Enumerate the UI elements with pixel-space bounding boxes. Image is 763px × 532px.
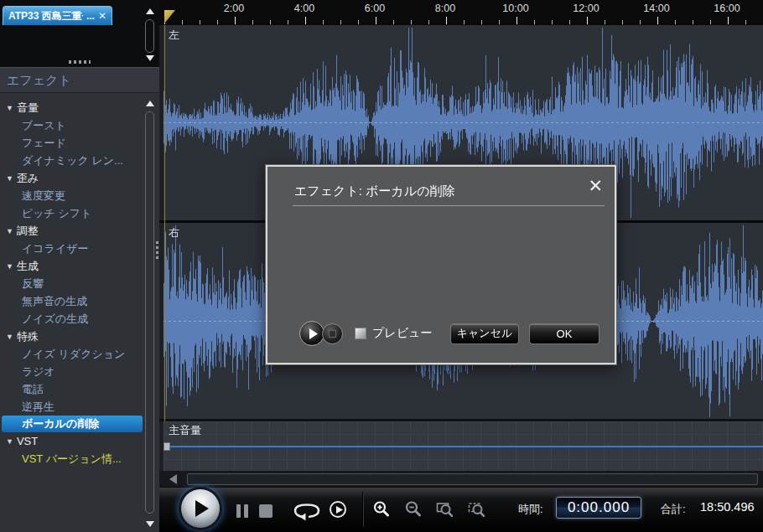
scroll-left-icon[interactable] bbox=[169, 474, 177, 484]
zoom-out-button[interactable] bbox=[404, 500, 423, 522]
effect-label: 生成 bbox=[17, 260, 39, 272]
effect-item-5[interactable]: 速度変更 bbox=[0, 187, 144, 204]
effects-scroll-down-icon[interactable] bbox=[146, 521, 154, 527]
scrollbar-track[interactable] bbox=[187, 473, 758, 485]
effect-item-2[interactable]: フェード bbox=[0, 134, 144, 152]
toolbar-divider bbox=[363, 492, 364, 527]
effect-category-4[interactable]: ▼歪み bbox=[0, 169, 144, 187]
pause-icon[interactable] bbox=[236, 504, 241, 518]
tab-scroll-up-icon[interactable] bbox=[146, 8, 154, 14]
effect-item-8[interactable]: イコライザー bbox=[0, 240, 144, 257]
effect-item-18[interactable]: ボーカルの削除 bbox=[2, 416, 143, 432]
effect-item-10[interactable]: 反響 bbox=[0, 275, 144, 292]
effect-item-14[interactable]: ノイズ リダクション bbox=[0, 345, 144, 363]
collapse-triangle-icon: ▼ bbox=[6, 433, 13, 451]
effect-label: 音量 bbox=[17, 101, 39, 114]
horizontal-scrollbar bbox=[159, 471, 763, 487]
ok-button[interactable]: OK bbox=[529, 323, 600, 344]
play-selection-icon bbox=[336, 506, 343, 514]
effect-category-19[interactable]: ▼VST bbox=[0, 432, 144, 450]
cancel-button[interactable]: キャンセル bbox=[450, 323, 519, 344]
effect-label: 特殊 bbox=[17, 330, 39, 343]
preview-checkbox-label: プレビュー bbox=[372, 326, 432, 341]
effects-list: ▼音量ブーストフェードダイナミック レン...▼歪み速度変更ピッチ シフト▼調整… bbox=[0, 94, 144, 532]
panel-splitter-grip[interactable] bbox=[69, 60, 91, 64]
effect-item-20[interactable]: VST バージョン情... bbox=[0, 450, 144, 467]
major-ticks bbox=[164, 17, 763, 24]
effect-item-15[interactable]: ラジオ bbox=[0, 363, 144, 380]
sidebar-splitter-grip[interactable] bbox=[156, 241, 158, 260]
zoom-in-button[interactable] bbox=[372, 500, 391, 522]
document-tab[interactable]: ATP33 西島三重子 ... ✕ bbox=[3, 6, 112, 25]
effect-label: 電話 bbox=[22, 383, 44, 395]
collapse-triangle-icon: ▼ bbox=[6, 223, 13, 240]
effect-label: VST バージョン情... bbox=[22, 452, 122, 465]
effect-label: ブースト bbox=[22, 119, 66, 132]
time-input[interactable]: 0:00.000 bbox=[556, 497, 641, 519]
effect-label: 反響 bbox=[22, 277, 44, 290]
effect-category-9[interactable]: ▼生成 bbox=[0, 257, 144, 275]
dialog-close-icon[interactable]: ✕ bbox=[588, 177, 603, 195]
tab-scroll-down-icon[interactable] bbox=[146, 55, 154, 61]
effect-item-16[interactable]: 電話 bbox=[0, 380, 144, 398]
effect-item-1[interactable]: ブースト bbox=[0, 116, 144, 134]
play-icon bbox=[195, 500, 209, 517]
total-label: 合計: bbox=[661, 502, 686, 517]
effects-scrollbar-thumb[interactable] bbox=[145, 111, 154, 514]
preview-checkbox[interactable] bbox=[355, 328, 366, 339]
pause-icon[interactable] bbox=[244, 504, 248, 518]
effect-category-13[interactable]: ▼特殊 bbox=[0, 328, 144, 345]
dialog-title-underline bbox=[293, 205, 605, 206]
effect-label: ノイズ リダクション bbox=[22, 348, 125, 360]
transport-bar: 時間: 0:00.000 合計: 18:50.496 bbox=[159, 487, 763, 532]
stop-button[interactable] bbox=[259, 504, 272, 518]
zoom-to-selection-button[interactable] bbox=[436, 500, 454, 522]
preview-play-button[interactable] bbox=[299, 321, 324, 346]
effect-item-17[interactable]: 逆再生 bbox=[0, 398, 144, 416]
total-duration-value: 18:50.496 bbox=[700, 500, 755, 514]
tab-overflow-dots: ... bbox=[86, 10, 95, 22]
effect-label: イコライザー bbox=[22, 242, 89, 255]
document-tab-label: ATP33 西島三重子 bbox=[8, 9, 83, 23]
dialog-controls: プレビュー キャンセル OK bbox=[299, 321, 600, 346]
effect-label: フェード bbox=[22, 137, 66, 149]
effects-panel-title: エフェクト bbox=[7, 73, 71, 87]
effect-item-12[interactable]: ノイズの生成 bbox=[0, 310, 144, 328]
play-selection-button[interactable] bbox=[330, 501, 346, 518]
effect-label: ラジオ bbox=[22, 365, 55, 378]
effect-label: ピッチ シフト bbox=[22, 207, 91, 220]
loop-playback-button[interactable] bbox=[293, 501, 320, 524]
collapse-triangle-icon: ▼ bbox=[6, 170, 13, 188]
master-volume-panel[interactable]: 主音量 bbox=[164, 421, 763, 471]
ruler-time-label: 8:00 bbox=[424, 3, 466, 14]
volume-envelope-line[interactable] bbox=[164, 446, 763, 447]
tab-scrollbar-thumb[interactable] bbox=[145, 19, 154, 53]
effect-category-7[interactable]: ▼調整 bbox=[0, 222, 144, 240]
preview-stop-icon bbox=[329, 330, 336, 338]
effect-item-11[interactable]: 無声音の生成 bbox=[0, 292, 144, 310]
timeline-ruler[interactable]: 2:004:006:008:0010:0012:0014:0016:00 bbox=[159, 0, 763, 25]
sidebar: ATP33 西島三重子 ... ✕ エフェクト ▼音量ブーストフェードダイナミッ… bbox=[0, 0, 159, 532]
effect-label: 調整 bbox=[17, 225, 39, 237]
effect-category-0[interactable]: ▼音量 bbox=[0, 99, 144, 116]
zoom-full-button[interactable] bbox=[468, 500, 486, 522]
effect-item-6[interactable]: ピッチ シフト bbox=[0, 204, 144, 222]
ruler-time-label: 6:00 bbox=[354, 3, 396, 14]
effect-item-3[interactable]: ダイナミック レン... bbox=[0, 152, 144, 169]
effect-label: ボーカルの削除 bbox=[22, 417, 99, 430]
collapse-triangle-icon: ▼ bbox=[6, 258, 13, 276]
effect-dialog: エフェクト: ボーカルの削除 ✕ プレビュー キャンセル OK bbox=[266, 165, 616, 364]
dialog-title: エフェクト: ボーカルの削除 bbox=[294, 183, 455, 199]
effect-label: 速度変更 bbox=[22, 189, 65, 202]
right-channel-label: 右 bbox=[169, 225, 179, 240]
ruler-time-label: 16:00 bbox=[706, 3, 748, 14]
preview-stop-button[interactable] bbox=[322, 323, 343, 344]
tab-close-icon[interactable]: ✕ bbox=[98, 10, 106, 22]
ruler-time-label: 12:00 bbox=[565, 3, 607, 14]
volume-handle[interactable] bbox=[164, 442, 170, 451]
effects-panel-header: エフェクト bbox=[0, 67, 159, 93]
preview-play-icon bbox=[309, 328, 318, 339]
time-label: 時間: bbox=[518, 502, 543, 517]
play-button[interactable] bbox=[181, 489, 220, 528]
effects-scroll-up-icon[interactable] bbox=[146, 101, 154, 106]
